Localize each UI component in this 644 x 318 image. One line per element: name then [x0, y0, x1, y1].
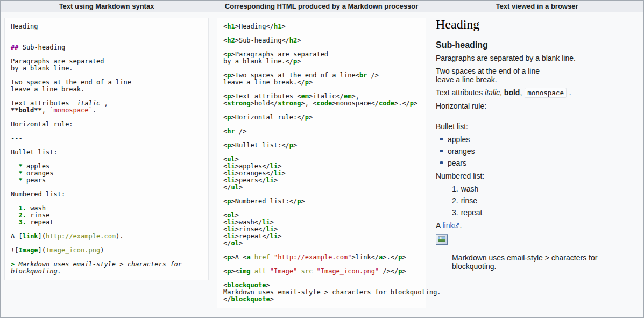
markdown-source-pre: Heading======= ## Sub-heading Paragraphs…	[4, 18, 209, 280]
attrs-prefix: Text attributes	[436, 88, 485, 97]
code-line	[223, 121, 420, 128]
column-header-html-label: Corresponding HTML produced by a Markdow…	[225, 2, 418, 10]
code-line: by a blank line.</p>	[223, 58, 420, 65]
rendered-numbered-label: Numbered list:	[436, 172, 637, 180]
code-line: </ol>	[223, 240, 420, 247]
code-line: ![Image](Image_icon.png)	[11, 247, 202, 254]
rendered-numbered-list: 1.wash 2.rinse 3.repeat	[436, 185, 637, 217]
attrs-suffix: .	[567, 88, 571, 97]
numbered-item-marker: 2.	[452, 196, 458, 205]
code-line: <strong>bold</strong>, <code>monospace</…	[223, 100, 420, 107]
rendered-bullet-list: apples oranges pears	[436, 135, 637, 167]
external-link[interactable]: link	[442, 221, 454, 230]
column-header-html: Corresponding HTML produced by a Markdow…	[213, 1, 430, 12]
rendered-bullet-label: Bullet list:	[436, 122, 637, 131]
code-line: <p>Bullet list:</p>	[223, 142, 420, 149]
rendered-link-paragraph: A link.	[436, 221, 637, 230]
bullet-dot-icon	[440, 138, 443, 140]
code-line: Heading	[11, 23, 202, 30]
markdown-comparison-table: Text using Markdown syntax Heading======…	[0, 0, 644, 318]
code-line: <li>repeat</li>	[223, 233, 420, 240]
code-line: ---	[11, 135, 202, 142]
blockquote-text: Markdown uses email-style > characters f…	[452, 253, 637, 271]
code-line: <p><img alt="Image" src="Image_icon.png"…	[223, 268, 420, 275]
rendered-paragraph-2: Two spaces at the end of a lineleave a l…	[436, 67, 637, 84]
line-break-line-2: leave a line break.	[436, 75, 497, 84]
code-line: Numbered list:	[11, 191, 202, 198]
code-line: <li>pears</li>	[223, 177, 420, 184]
code-line: Bullet list:	[11, 149, 202, 156]
rendered-horizontal-rule	[436, 117, 637, 117]
bold-sample: bold	[504, 88, 520, 97]
html-column-body: <h1>Heading</h1> <h2>Sub-heading</h2> <p…	[213, 18, 430, 308]
code-line	[11, 128, 202, 135]
link-prefix: A	[436, 221, 442, 230]
bullet-list-item: pears	[439, 159, 637, 167]
bullet-dot-icon	[440, 150, 443, 152]
numbered-list-item: 2.rinse	[452, 196, 637, 205]
code-line: <p>Numbered list:</p>	[223, 198, 420, 205]
code-line: ## Sub-heading	[11, 44, 202, 51]
column-html-output: Corresponding HTML produced by a Markdow…	[213, 1, 430, 317]
numbered-item-label: repeat	[461, 208, 483, 217]
code-line: <h2>Sub-heading</h2>	[223, 37, 420, 44]
column-browser-view: Text viewed in a browser Heading Sub-hea…	[430, 1, 643, 317]
numbered-list-item: 3.repeat	[452, 208, 637, 217]
code-line: blockquoting.	[11, 268, 202, 275]
rendered-subheading: Sub-heading	[436, 41, 637, 50]
numbered-item-label: wash	[461, 185, 479, 193]
rendered-paragraph-1: Paragraphs are separated by a blank line…	[436, 54, 637, 62]
code-line: by a blank line.	[11, 65, 202, 72]
code-line: <hr />	[223, 128, 420, 135]
bullet-item-label: pears	[448, 159, 466, 167]
column-header-markdown: Text using Markdown syntax	[1, 1, 213, 12]
code-line: Horizontal rule:	[11, 121, 202, 128]
monospace-sample: monospace	[525, 88, 567, 98]
broken-image-icon	[436, 234, 448, 245]
rendered-blockquote: Markdown uses email-style > characters f…	[452, 253, 637, 271]
code-line: </ul>	[223, 184, 420, 191]
code-line: A [link](http://example.com).	[11, 233, 202, 240]
code-line	[223, 205, 420, 212]
html-source-pre: <h1>Heading</h1> <h2>Sub-heading</h2> <p…	[217, 18, 426, 308]
code-line: <p>Horizontal rule:</p>	[223, 114, 420, 121]
code-line: =======	[11, 30, 202, 37]
link-suffix: .	[459, 221, 462, 230]
browser-rendered-content: Heading Sub-heading Paragraphs are separ…	[430, 12, 643, 284]
image-thumbnail-icon	[438, 236, 445, 242]
column-header-browser: Text viewed in a browser	[430, 1, 643, 12]
bullet-list-item: oranges	[439, 147, 637, 156]
bullet-item-label: apples	[448, 135, 470, 144]
column-header-browser-label: Text viewed in a browser	[496, 2, 578, 10]
rendered-hr-label: Horizontal rule:	[436, 102, 637, 110]
numbered-list-item: 1.wash	[452, 185, 637, 193]
code-line: </blockquote>	[223, 296, 420, 303]
code-line: * pears	[11, 177, 202, 184]
bullet-dot-icon	[440, 161, 443, 164]
italic-sample: italic	[485, 88, 500, 97]
numbered-item-label: rinse	[461, 196, 477, 205]
numbered-item-marker: 1.	[452, 185, 458, 193]
code-line	[223, 149, 420, 156]
line-break-line-1: Two spaces at the end of a line	[436, 67, 540, 75]
code-line: leave a line break.</p>	[223, 79, 420, 86]
column-markdown-syntax: Text using Markdown syntax Heading======…	[1, 1, 213, 317]
code-line: <p>A <a href="http://example.com">link</…	[223, 254, 420, 261]
attrs-sep2: ,	[520, 88, 524, 97]
external-link-icon[interactable]	[454, 221, 459, 230]
code-line: 3. repeat	[11, 219, 202, 226]
numbered-item-marker: 3.	[452, 208, 458, 217]
rendered-heading: Heading	[436, 20, 637, 33]
bullet-list-item: apples	[439, 135, 637, 144]
rendered-text-attributes: Text attributes italic, bold, monospace …	[436, 88, 637, 97]
bullet-item-label: oranges	[448, 147, 475, 156]
code-line: **bold**, `monospace`.	[11, 107, 202, 114]
attrs-sep1: ,	[500, 88, 504, 97]
column-header-markdown-label: Text using Markdown syntax	[59, 2, 154, 10]
code-line: leave a line break.	[11, 86, 202, 93]
markdown-column-body: Heading======= ## Sub-heading Paragraphs…	[1, 18, 213, 280]
code-line: <h1>Heading</h1>	[223, 23, 420, 30]
